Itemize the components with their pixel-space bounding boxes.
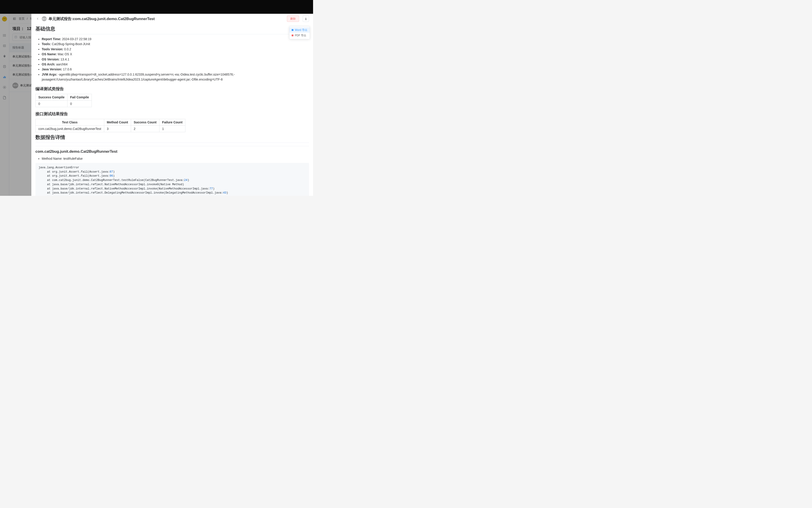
back-icon[interactable] (35, 16, 40, 21)
report-drawer: dem 单元测试报告:com.cat2bug.junit.demo.Cat2Bu… (31, 14, 313, 196)
delete-button[interactable]: 删除 (287, 15, 299, 22)
word-icon (292, 29, 293, 31)
section-detail-title: 数据报告详情 (35, 134, 309, 143)
section-result-title: 接口测试结果报告 (35, 111, 309, 117)
avatar: dem (42, 16, 47, 21)
pdf-icon (292, 35, 293, 36)
compile-table: Success CompileFail Compile00 (35, 94, 92, 107)
section-basic-info-title: 基础信息 (35, 26, 309, 34)
method-list: Method Name: testRuleFalse (35, 156, 309, 161)
export-dropdown: Word 导出 PDF 导出 (289, 26, 310, 39)
drawer-title: 单元测试报告:com.cat2bug.junit.demo.Cat2BugRun… (48, 16, 155, 22)
export-word-item[interactable]: Word 导出 (289, 27, 310, 33)
stack-trace: java.lang.AssertionError at org.junit.As… (35, 163, 309, 196)
export-pdf-item[interactable]: PDF 导出 (289, 33, 310, 38)
section-compile-title: 编译测试类报告 (35, 86, 309, 92)
download-button[interactable] (303, 15, 309, 22)
basic-info-list: Report Time: 2024-03-27 22:58:19 Tools: … (35, 37, 309, 82)
drawer-body: 基础信息 Report Time: 2024-03-27 22:58:19 To… (31, 24, 313, 196)
result-table: Test ClassMethod CountSuccess CountFailu… (35, 119, 185, 132)
detail-class-name: com.cat2bug.junit.demo.Cat2BugRunnerTest (35, 149, 309, 154)
drawer-header: dem 单元测试报告:com.cat2bug.junit.demo.Cat2Bu… (31, 14, 313, 24)
